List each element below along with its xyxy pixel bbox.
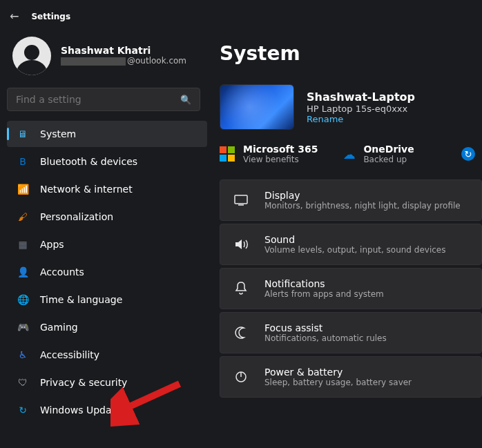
bluetooth-icon: B xyxy=(17,155,29,168)
m365-title: Microsoft 365 xyxy=(243,144,318,155)
profile-section[interactable]: Shashwat Khatri @outlook.com xyxy=(7,32,207,88)
card-subtitle: Alerts from apps and system xyxy=(264,289,384,299)
search-input[interactable] xyxy=(16,94,180,105)
device-thumbnail[interactable] xyxy=(220,84,294,130)
card-subtitle: Sleep, battery usage, battery saver xyxy=(264,378,412,387)
service-onedrive[interactable]: ☁ OneDrive Backed up xyxy=(343,144,414,164)
sidebar-item-label: Accounts xyxy=(40,266,84,277)
sidebar-item-label: Apps xyxy=(40,239,64,250)
sidebar-item-network-internet[interactable]: 📶 Network & internet xyxy=(7,176,207,202)
settings-cards: Display Monitors, brightness, night ligh… xyxy=(220,179,482,398)
sidebar: Shashwat Khatri @outlook.com 🔍 🖥 SystemB… xyxy=(0,28,207,425)
apps-icon: ▦ xyxy=(17,238,29,251)
page-title: System xyxy=(220,42,482,65)
card-title: Sound xyxy=(264,234,445,245)
moon-icon xyxy=(233,327,249,339)
card-title: Focus assist xyxy=(264,322,387,333)
sidebar-item-accessibility[interactable]: ♿ Accessibility xyxy=(7,342,207,368)
sidebar-nav: 🖥 SystemB Bluetooth & devices📶 Network &… xyxy=(7,121,207,423)
card-focus-assist[interactable]: Focus assist Notifications, automatic ru… xyxy=(220,312,482,353)
sidebar-item-system[interactable]: 🖥 System xyxy=(7,121,207,147)
update-icon: ↻ xyxy=(17,404,29,416)
sidebar-item-label: Windows Update xyxy=(40,405,122,416)
device-name: Shashwat-Laptop xyxy=(307,90,415,104)
card-display[interactable]: Display Monitors, brightness, night ligh… xyxy=(220,179,482,221)
card-sound[interactable]: Sound Volume levels, output, input, soun… xyxy=(220,224,482,265)
microsoft-logo-icon xyxy=(220,146,235,162)
device-section: Shashwat-Laptop HP Laptop 15s-eq0xxx Ren… xyxy=(220,84,482,130)
device-model: HP Laptop 15s-eq0xxx xyxy=(307,104,415,114)
bell-icon xyxy=(233,282,249,295)
brush-icon: 🖌 xyxy=(17,211,29,223)
sidebar-item-time-language[interactable]: 🌐 Time & language xyxy=(7,286,207,313)
sidebar-item-bluetooth-devices[interactable]: B Bluetooth & devices xyxy=(7,148,207,175)
shield-icon: 🛡 xyxy=(17,376,29,389)
card-title: Display xyxy=(264,190,461,201)
wifi-icon: 📶 xyxy=(17,183,29,195)
card-title: Power & battery xyxy=(264,367,412,378)
card-subtitle: Volume levels, output, input, sound devi… xyxy=(264,245,445,255)
sidebar-item-label: Network & internet xyxy=(40,184,133,195)
sidebar-item-accounts[interactable]: 👤 Accounts xyxy=(7,259,207,285)
sidebar-item-windows-update[interactable]: ↻ Windows Update xyxy=(7,397,207,423)
card-subtitle: Notifications, automatic rules xyxy=(264,333,387,343)
sidebar-item-label: Bluetooth & devices xyxy=(40,156,137,167)
search-icon: 🔍 xyxy=(180,95,191,105)
person-icon: 👤 xyxy=(17,266,29,278)
sidebar-item-label: Accessibility xyxy=(40,349,99,360)
sidebar-item-label: Gaming xyxy=(40,322,78,333)
service-microsoft-365[interactable]: Microsoft 365 View benefits xyxy=(220,144,318,164)
svg-rect-0 xyxy=(235,195,247,204)
sidebar-item-personalization[interactable]: 🖌 Personalization xyxy=(7,204,207,230)
rename-link[interactable]: Rename xyxy=(307,114,415,124)
power-icon xyxy=(233,371,249,383)
cloud-icon: ☁ xyxy=(343,147,355,162)
onedrive-sub: Backed up xyxy=(363,155,414,164)
profile-email: @outlook.com xyxy=(61,56,186,67)
avatar xyxy=(12,37,51,75)
display-icon xyxy=(233,195,249,206)
card-power-battery[interactable]: Power & battery Sleep, battery usage, ba… xyxy=(220,356,482,398)
card-notifications[interactable]: Notifications Alerts from apps and syste… xyxy=(220,268,482,309)
sidebar-item-label: Privacy & security xyxy=(40,377,127,388)
sidebar-item-label: Personalization xyxy=(40,211,113,222)
sound-icon xyxy=(233,238,249,251)
content-area: System Shashwat-Laptop HP Laptop 15s-eq0… xyxy=(207,28,482,425)
sidebar-item-privacy-security[interactable]: 🛡 Privacy & security xyxy=(7,369,207,396)
sidebar-item-gaming[interactable]: 🎮 Gaming xyxy=(7,314,207,340)
services-row: Microsoft 365 View benefits ☁ OneDrive B… xyxy=(220,144,482,164)
m365-sub: View benefits xyxy=(243,155,318,164)
clock-globe-icon: 🌐 xyxy=(17,293,29,306)
onedrive-title: OneDrive xyxy=(363,144,414,155)
search-input-wrap[interactable]: 🔍 xyxy=(7,88,200,111)
header-title: Settings xyxy=(31,12,70,21)
gaming-icon: 🎮 xyxy=(17,321,29,333)
sidebar-item-label: Time & language xyxy=(40,294,122,305)
card-title: Notifications xyxy=(264,278,384,289)
sidebar-item-apps[interactable]: ▦ Apps xyxy=(7,231,207,257)
sidebar-item-label: System xyxy=(40,128,76,139)
back-arrow-icon[interactable]: ← xyxy=(10,10,19,23)
profile-name: Shashwat Khatri xyxy=(61,45,186,56)
system-icon: 🖥 xyxy=(17,128,29,140)
accessibility-icon: ♿ xyxy=(17,349,29,361)
sync-icon[interactable]: ↻ xyxy=(461,147,475,161)
card-subtitle: Monitors, brightness, night light, displ… xyxy=(264,201,461,211)
redacted-email-prefix xyxy=(61,57,126,66)
